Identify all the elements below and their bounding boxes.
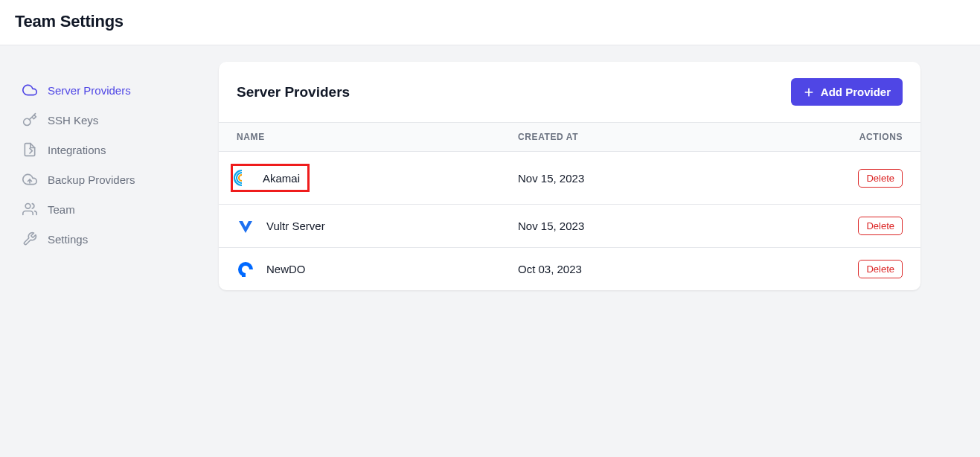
- card-title: Server Providers: [237, 84, 350, 100]
- cloud-icon: [22, 83, 37, 98]
- sidebar-item-backup-providers[interactable]: Backup Providers: [9, 164, 210, 194]
- card-header: Server Providers Add Provider: [219, 62, 920, 122]
- provider-name: Vultr Server: [266, 220, 325, 232]
- sidebar-item-label: Settings: [48, 233, 88, 246]
- plus-icon: [803, 86, 815, 98]
- svg-rect-4: [240, 271, 243, 273]
- provider-name-cell: Vultr Server: [237, 217, 518, 235]
- main-content: Server Providers Add Provider NAME CREAT…: [219, 62, 980, 290]
- table-header: NAME CREATED AT ACTIONS: [219, 122, 920, 152]
- sidebar-item-label: Backup Providers: [48, 173, 135, 186]
- svg-point-0: [25, 204, 31, 209]
- akamai-logo-icon: [233, 169, 251, 187]
- add-provider-button[interactable]: Add Provider: [791, 78, 903, 106]
- layout: Server Providers SSH Keys Integrations B…: [0, 45, 980, 290]
- cloud-upload-icon: [22, 172, 37, 187]
- server-providers-card: Server Providers Add Provider NAME CREAT…: [219, 62, 920, 290]
- provider-name: NewDO: [266, 263, 306, 275]
- provider-actions: Delete: [836, 217, 903, 235]
- page-title: Team Settings: [15, 12, 965, 31]
- table-row: NewDO Oct 03, 2023 Delete: [219, 248, 920, 290]
- svg-rect-3: [242, 273, 246, 277]
- page-header: Team Settings: [0, 0, 980, 45]
- vultr-logo-icon: [237, 217, 254, 235]
- provider-created-at: Oct 03, 2023: [518, 263, 836, 275]
- sidebar: Server Providers SSH Keys Integrations B…: [0, 62, 219, 290]
- highlight-annotation: Akamai: [231, 164, 310, 192]
- integrations-icon: [22, 142, 37, 157]
- provider-name: Akamai: [263, 172, 300, 185]
- provider-created-at: Nov 15, 2023: [518, 220, 836, 232]
- provider-name-cell: Akamai: [237, 164, 518, 192]
- delete-button[interactable]: Delete: [858, 260, 903, 278]
- users-icon: [22, 202, 37, 217]
- sidebar-item-label: Server Providers: [48, 84, 131, 97]
- table-row: Akamai Nov 15, 2023 Delete: [219, 152, 920, 205]
- table-row: Vultr Server Nov 15, 2023 Delete: [219, 205, 920, 248]
- sidebar-item-label: SSH Keys: [48, 114, 98, 127]
- column-name: NAME: [237, 132, 518, 142]
- provider-actions: Delete: [836, 260, 903, 278]
- provider-created-at: Nov 15, 2023: [518, 172, 836, 185]
- add-provider-label: Add Provider: [821, 86, 891, 98]
- tools-icon: [22, 231, 37, 246]
- provider-actions: Delete: [836, 169, 903, 188]
- key-icon: [22, 112, 37, 127]
- sidebar-item-label: Integrations: [48, 144, 106, 156]
- column-actions: ACTIONS: [836, 132, 903, 142]
- sidebar-item-server-providers[interactable]: Server Providers: [9, 75, 210, 105]
- provider-name-cell: NewDO: [237, 261, 518, 278]
- sidebar-item-integrations[interactable]: Integrations: [9, 135, 210, 164]
- column-created-at: CREATED AT: [518, 132, 836, 142]
- delete-button[interactable]: Delete: [858, 217, 903, 235]
- sidebar-item-label: Team: [48, 203, 75, 216]
- digitalocean-logo-icon: [237, 261, 254, 278]
- sidebar-item-team[interactable]: Team: [9, 194, 210, 224]
- sidebar-item-ssh-keys[interactable]: SSH Keys: [9, 105, 210, 135]
- sidebar-item-settings[interactable]: Settings: [9, 224, 210, 254]
- delete-button[interactable]: Delete: [858, 169, 903, 188]
